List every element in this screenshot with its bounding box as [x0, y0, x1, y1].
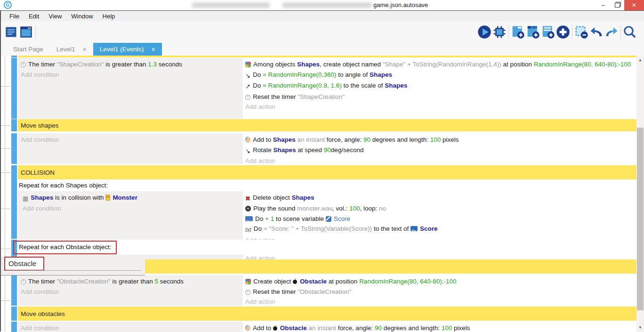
text-segment: Monster [113, 194, 137, 201]
scrollbar-thumb[interactable] [637, 128, 644, 310]
action[interactable]: Reset the timer "ShapeCreation" [245, 92, 634, 102]
comment-body [18, 56, 636, 57]
action[interactable]: Delete object Shapes [245, 193, 634, 204]
action[interactable]: Play the sound monster.wav, vol.: 100, l… [245, 203, 634, 214]
event-drag-bar[interactable] [11, 133, 17, 164]
action[interactable]: Do = "Score: " + ToString(Variable(Score… [245, 224, 634, 235]
add-new-button[interactable] [555, 24, 571, 40]
maximize-button[interactable] [610, 0, 624, 10]
event-drag-bar[interactable] [11, 58, 17, 119]
menu-help[interactable]: Help [98, 13, 120, 20]
add-action-button[interactable]: Add action [245, 156, 634, 166]
action[interactable]: Among objects Shapes, create object name… [245, 59, 634, 70]
tab-label: Level1 [56, 46, 75, 53]
text-segment: Shapes [370, 71, 392, 78]
condition[interactable]: The timer "ObstacleCreation" is greater … [21, 276, 240, 287]
add-new-icon [556, 25, 570, 39]
create-icon [245, 62, 251, 67]
event-drag-bar[interactable] [11, 119, 17, 131]
selection-outline[interactable]: Repeat for each Obstacle object: [13, 241, 117, 254]
action[interactable]: Do = RandomInRange(0.8, 1.6) to the scal… [245, 81, 634, 92]
add-condition-button[interactable]: Add condition [21, 135, 240, 145]
conditions-cell: The timer "ObstacleCreation" is greater … [18, 275, 242, 306]
play-button[interactable] [477, 24, 492, 40]
event-drag-bar[interactable] [11, 322, 17, 332]
project-manager-button[interactable] [4, 24, 19, 40]
editors-button[interactable] [19, 24, 34, 40]
event-drag-bar[interactable] [11, 56, 17, 57]
minimize-button[interactable]: – [596, 0, 610, 10]
action[interactable]: Create object Obstacle at position Rando… [245, 276, 634, 287]
condition[interactable]: Shapes is in collision with Monster [23, 193, 240, 204]
toolbar-separator [508, 25, 509, 39]
event-drag-bar[interactable] [11, 275, 17, 306]
object-name-input[interactable]: Obstacle [4, 257, 44, 271]
gdevelop-logo-icon: G [4, 1, 12, 9]
menu-window[interactable]: Window [66, 13, 97, 20]
add-subevent-button[interactable] [525, 24, 540, 40]
action[interactable]: Do + 1 to scene variable Score [245, 214, 634, 224]
event-drag-bar[interactable] [11, 307, 17, 321]
delete-event-button[interactable] [574, 24, 589, 40]
tab-close-icon[interactable]: × [152, 46, 155, 53]
scroll-up-arrow-icon[interactable]: ▲ [636, 57, 644, 64]
add-comment-button[interactable] [540, 24, 555, 40]
tab-level1[interactable]: Level1 × [50, 43, 93, 56]
menu-view[interactable]: View [44, 13, 66, 20]
text-segment: Do [253, 82, 263, 89]
comment-row-partial[interactable] [11, 56, 636, 57]
undo-button[interactable] [589, 24, 604, 40]
add-condition-button[interactable]: Add condition [21, 287, 240, 297]
text-segment: Obstacle [280, 324, 307, 332]
action[interactable]: Add to Shapes an instant force, angle: 9… [245, 135, 634, 145]
text-segment: Shapes [291, 194, 314, 201]
add-action-button[interactable]: Add action [245, 297, 634, 307]
event-drag-bar[interactable] [11, 165, 17, 179]
text-segment: at position [327, 278, 359, 285]
event-drag-bar[interactable] [11, 179, 17, 239]
text-segment: The timer [28, 61, 57, 68]
text-segment: 100 [430, 136, 441, 143]
redo-button[interactable] [604, 24, 619, 40]
add-condition-button[interactable]: Add condition [21, 323, 240, 332]
tab-level1-events[interactable]: Level1 (Events) × [93, 43, 162, 56]
comment-row-collision[interactable]: COLLISION [11, 165, 636, 179]
text-segment: Reset the timer [253, 288, 298, 295]
debug-icon [492, 25, 507, 39]
debug-button[interactable] [492, 24, 507, 40]
comment-text[interactable]: Move shapes [18, 119, 636, 131]
text-segment: degrees and length: [382, 324, 442, 332]
search-button[interactable] [622, 24, 637, 40]
text-segment: Among objects [253, 61, 297, 68]
action[interactable]: Add to Obstacle an instant force, angle:… [245, 323, 634, 332]
text-segment: Shapes [385, 82, 407, 89]
undo-icon [589, 25, 604, 39]
force-icon [245, 325, 250, 331]
comment-row-move-obstacles[interactable]: Move obstacles [11, 307, 636, 321]
tab-close-icon[interactable]: × [83, 46, 87, 53]
text-segment: , loop: [360, 205, 379, 212]
editors-icon [20, 25, 33, 39]
comment-text[interactable]: COLLISION [18, 165, 636, 179]
action[interactable]: Do = RandomInRange(0,360) to angle of Sh… [245, 70, 634, 81]
text-segment: Shapes [297, 61, 320, 68]
add-condition-button[interactable]: Add condition [23, 203, 240, 214]
add-condition-button[interactable]: Add condition [21, 70, 240, 80]
menu-edit[interactable]: Edit [24, 13, 44, 20]
comment-text[interactable]: Move obstacles [18, 307, 636, 321]
add-action-button[interactable]: Add action [245, 102, 634, 112]
condition[interactable]: The timer "ShapeCreation" is greater tha… [21, 59, 240, 70]
action[interactable]: Rotate Shapes at speed 90deg/second [245, 145, 634, 156]
menu-file[interactable]: File [5, 13, 24, 20]
text-segment: 90 [324, 146, 331, 154]
add-event-button[interactable] [510, 24, 525, 40]
close-button[interactable]: ✕ [624, 0, 644, 10]
text-segment: Reset the timer [253, 93, 298, 100]
comment-row-move-shapes[interactable]: Move shapes [11, 119, 636, 131]
action[interactable]: Reset the timer "ObstacleCreation" [245, 287, 634, 297]
foreach-header-selected[interactable]: Repeat for each Obstacle object: [18, 240, 636, 255]
tab-start-page[interactable]: Start Page [7, 43, 50, 56]
text-segment: seconds [158, 278, 184, 285]
foreach-header[interactable]: Repeat for each Shapes object: [18, 179, 636, 191]
scroll-down-arrow-icon[interactable]: ▼ [636, 324, 644, 332]
